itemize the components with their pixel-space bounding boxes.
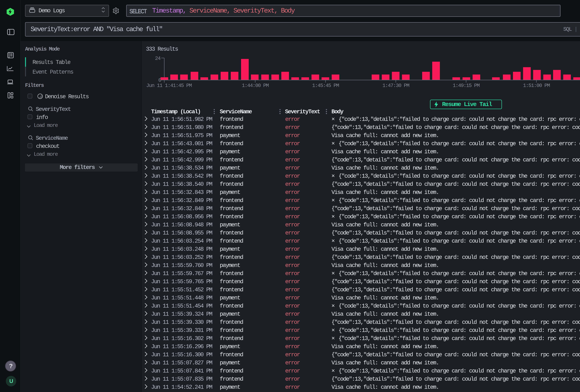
svg-text:1:44:00 PM: 1:44:00 PM <box>242 83 269 88</box>
svg-text:24: 24 <box>155 56 160 61</box>
svg-text:1:49:15 PM: 1:49:15 PM <box>453 83 479 88</box>
svg-text:Jun 11 1:41:45 PM: Jun 11 1:41:45 PM <box>146 83 192 88</box>
svg-text:1:47:30 PM: 1:47:30 PM <box>382 83 409 88</box>
svg-text:1:45:45 PM: 1:45:45 PM <box>312 83 339 88</box>
svg-text:1:51:00 PM: 1:51:00 PM <box>523 83 550 88</box>
